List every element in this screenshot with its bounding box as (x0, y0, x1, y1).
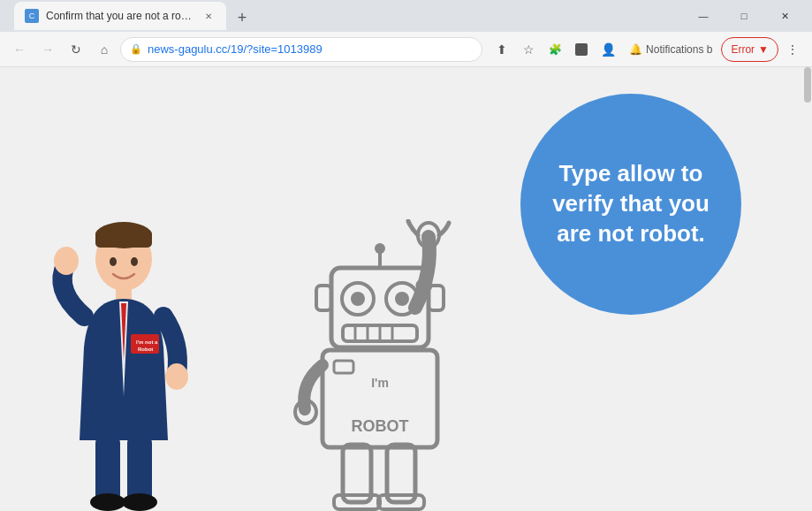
scrollbar[interactable] (803, 67, 812, 511)
toolbar: ← → ↻ ⌂ 🔒 news-gagulu.cc/19/?site=101398… (0, 32, 812, 67)
maximize-button[interactable]: □ (724, 0, 764, 32)
tab-close-button[interactable]: ✕ (201, 9, 216, 23)
minimize-button[interactable]: — (683, 0, 724, 32)
verify-circle: Type allow to verify that you are not ro… (520, 94, 741, 315)
svg-point-14 (122, 493, 157, 511)
svg-rect-11 (95, 436, 120, 502)
svg-point-4 (131, 257, 138, 266)
svg-rect-33 (334, 361, 353, 373)
svg-text:ROBOT: ROBOT (352, 417, 409, 435)
svg-point-10 (165, 363, 188, 390)
bell-icon: 🔔 (629, 43, 642, 56)
error-button[interactable]: Error ▼ (721, 37, 778, 62)
address-bar[interactable]: 🔒 news-gagulu.cc/19/?site=1013989 (120, 37, 482, 62)
profile-button[interactable]: 👤 (596, 37, 620, 62)
scrollbar-thumb[interactable] (804, 67, 811, 103)
active-tab[interactable]: C Confirm that you are not a robot ✕ (14, 2, 226, 30)
home-button[interactable]: ⌂ (92, 37, 117, 62)
svg-rect-28 (316, 286, 331, 310)
robot-figure: I'm ROBOT (283, 219, 486, 502)
extension-button-1[interactable]: 🧩 (543, 37, 567, 62)
share-icon: ⬆ (497, 42, 507, 57)
svg-rect-2 (95, 230, 152, 248)
svg-text:Robot: Robot (138, 347, 153, 352)
menu-button[interactable]: ⋮ (780, 37, 805, 62)
window-controls: — □ ✕ (683, 0, 805, 32)
person-figure: I'm not a Robot (35, 219, 212, 502)
forward-button[interactable]: → (35, 37, 60, 62)
bookmark-button[interactable]: ☆ (516, 37, 541, 62)
svg-point-20 (395, 292, 409, 306)
toolbar-right: ⬆ ☆ 🧩 👤 🔔 Notifications b Error ▼ (489, 37, 805, 62)
title-bar: C Confirm that you are not a robot ✕ + —… (0, 0, 812, 32)
svg-text:I'm: I'm (371, 376, 389, 390)
svg-point-3 (110, 257, 117, 266)
close-button[interactable]: ✕ (764, 0, 805, 32)
svg-point-27 (375, 243, 385, 254)
lock-icon: 🔒 (130, 43, 142, 55)
browser-frame: C Confirm that you are not a robot ✕ + —… (0, 0, 812, 511)
reload-button[interactable]: ↻ (64, 37, 88, 62)
svg-point-18 (351, 292, 365, 306)
tab-bar: C Confirm that you are not a robot ✕ + (7, 2, 679, 30)
extension-icon: 🧩 (549, 43, 562, 56)
share-button[interactable]: ⬆ (489, 37, 514, 62)
profile-icon: 👤 (601, 42, 616, 57)
new-tab-button[interactable]: + (230, 5, 254, 30)
chevron-down-icon: ▼ (758, 43, 769, 56)
page-content: Type allow to verify that you are not ro… (0, 67, 812, 511)
back-button[interactable]: ← (7, 37, 32, 62)
svg-point-13 (90, 493, 125, 511)
extension-button-2[interactable] (569, 37, 594, 62)
svg-rect-12 (127, 436, 152, 502)
svg-point-9 (54, 247, 79, 275)
svg-text:I'm not a: I'm not a (136, 339, 158, 345)
extension-icon-2 (575, 43, 588, 56)
verify-text: Type allow to verify that you are not ro… (547, 159, 715, 248)
error-label: Error (731, 43, 755, 56)
tab-favicon: C (25, 9, 39, 23)
menu-icon: ⋮ (786, 42, 799, 57)
notifications-label: Notifications b (646, 43, 712, 56)
tab-title: Confirm that you are not a robot (46, 10, 194, 22)
notifications-button[interactable]: 🔔 Notifications b (622, 37, 719, 62)
bookmark-icon: ☆ (523, 42, 535, 57)
address-text: news-gagulu.cc/19/?site=1013989 (148, 42, 473, 56)
